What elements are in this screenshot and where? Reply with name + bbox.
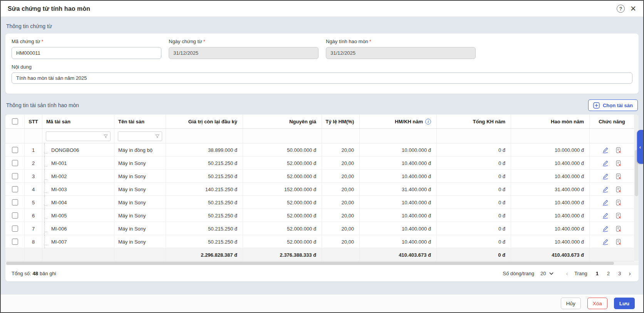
remove-row-icon[interactable] xyxy=(615,146,622,154)
edit-row-icon[interactable] xyxy=(602,173,609,180)
cell-remaining-value: 140.215.250 đ xyxy=(166,183,243,196)
pagination: Số dòng/trang 20 ‹ Trang 1 2 3 › xyxy=(503,269,632,278)
table-row: 7 MI-006 Máy in Sony 50.215.250 đ 52.000… xyxy=(5,222,634,235)
cell-depreciation-year: 10.400.000 đ xyxy=(511,222,590,235)
filter-funnel-icon[interactable] xyxy=(155,134,160,140)
document-info-card: Mã chứng từ* Ngày chứng từ* Ngày tính ha… xyxy=(5,34,639,94)
row-checkbox[interactable] xyxy=(12,186,18,192)
cell-total-kh-year: 0 đ xyxy=(437,209,511,222)
page-button-1[interactable]: 1 xyxy=(594,270,601,277)
row-checkbox[interactable] xyxy=(12,212,18,219)
cell-total-kh-year: 0 đ xyxy=(437,222,511,235)
remove-row-icon[interactable] xyxy=(615,186,622,193)
form-row-2: Nội dung xyxy=(12,64,632,84)
cell-total-kh-year: 0 đ xyxy=(437,170,511,183)
table-filter-row xyxy=(5,129,634,143)
cell-asset-name: Máy in Sony xyxy=(114,196,166,209)
row-checkbox[interactable] xyxy=(12,160,18,166)
required-asterisk: * xyxy=(203,39,205,44)
row-checkbox[interactable] xyxy=(12,225,18,232)
document-date-label: Ngày chứng từ xyxy=(169,39,202,44)
remove-row-icon[interactable] xyxy=(615,212,622,219)
row-checkbox[interactable] xyxy=(12,239,18,245)
edit-row-icon[interactable] xyxy=(602,238,609,246)
cell-original-cost: 52.000.000 đ xyxy=(243,170,322,183)
document-date-input xyxy=(169,47,319,59)
remove-row-icon[interactable] xyxy=(615,225,622,232)
record-count-label: Tổng số: xyxy=(12,271,31,276)
cell-asset-code: MI-007 xyxy=(42,235,114,248)
select-all-checkbox[interactable] xyxy=(12,118,18,125)
page-title: Sửa chứng từ tính hao mòn xyxy=(8,5,90,12)
prev-page-icon[interactable]: ‹ xyxy=(564,270,570,277)
cell-asset-name: Máy in Sony xyxy=(114,222,166,235)
cell-stt: 1 xyxy=(25,143,42,156)
cell-depreciation-rate: 20,00 xyxy=(322,170,360,183)
table-row: 3 MI-002 Máy in Sony 50.215.250 đ 52.000… xyxy=(5,170,634,183)
help-icon[interactable]: ? xyxy=(617,5,625,13)
row-checkbox[interactable] xyxy=(12,199,18,205)
save-button[interactable]: Lưu xyxy=(614,298,635,309)
next-page-icon[interactable]: › xyxy=(627,270,632,277)
cell-stt: 8 xyxy=(25,235,42,248)
select-asset-button[interactable]: Chọn tài sản xyxy=(588,99,638,111)
side-panel-expand-tab[interactable]: ‹ xyxy=(637,130,643,164)
cell-asset-name: Máy in Sony xyxy=(114,209,166,222)
edit-row-icon[interactable] xyxy=(602,225,609,232)
cell-original-cost: 52.000.000 đ xyxy=(243,235,322,248)
remove-row-icon[interactable] xyxy=(615,238,622,246)
cell-depreciation-year: 10.400.000 đ xyxy=(511,170,590,183)
record-count: Tổng số: 48 bản ghi xyxy=(12,271,56,276)
cancel-button[interactable]: Hủy xyxy=(561,298,581,309)
page-button-3[interactable]: 3 xyxy=(616,270,623,277)
edit-depreciation-document-modal: Sửa chứng từ tính hao mòn ? ✕ Thông tin … xyxy=(0,0,644,313)
cell-total-kh-year: 0 đ xyxy=(437,183,511,196)
cell-asset-code: MI-003 xyxy=(42,183,114,196)
remove-row-icon[interactable] xyxy=(615,199,622,206)
cell-asset-code: DONGBO06 xyxy=(42,143,114,156)
rows-per-page-select[interactable]: 20 xyxy=(539,269,555,278)
header-asset-code: Mã tài sản xyxy=(42,114,114,128)
cell-asset-code: MI-005 xyxy=(42,209,114,222)
cell-asset-code: MI-004 xyxy=(42,196,114,209)
field-content: Nội dung xyxy=(12,64,632,84)
row-checkbox[interactable] xyxy=(12,173,18,179)
horizontal-scrollbar[interactable] xyxy=(5,261,639,265)
tree-elbow xyxy=(44,156,48,170)
close-icon[interactable]: ✕ xyxy=(630,5,636,12)
field-document-code: Mã chứng từ* xyxy=(12,39,161,59)
header-depreciation-year: Hao mòn năm xyxy=(511,114,590,128)
header-actions: Chức năng xyxy=(590,114,634,128)
cell-hm-kh-year: 10.400.000 đ xyxy=(360,222,437,235)
filter-funnel-icon[interactable] xyxy=(103,134,108,140)
document-code-input[interactable] xyxy=(12,47,161,59)
cell-original-cost: 52.000.000 đ xyxy=(243,209,322,222)
edit-row-icon[interactable] xyxy=(602,160,609,167)
cell-original-cost: 50.000.000 đ xyxy=(243,143,322,156)
filter-asset-code-input[interactable] xyxy=(46,131,111,141)
page-button-2[interactable]: 2 xyxy=(605,270,612,277)
delete-button[interactable]: Xóa xyxy=(587,298,607,309)
cell-original-cost: 52.000.000 đ xyxy=(243,156,322,170)
edit-row-icon[interactable] xyxy=(602,186,609,193)
remove-row-icon[interactable] xyxy=(615,173,622,180)
asset-table-card: STT Mã tài sản Tên tài sản Giá trị còn l… xyxy=(5,114,639,281)
edit-row-icon[interactable] xyxy=(602,212,609,219)
record-count-value: 48 xyxy=(33,271,38,276)
cell-original-cost: 152.000.000 đ xyxy=(243,183,322,196)
edit-row-icon[interactable] xyxy=(602,199,609,206)
edit-row-icon[interactable] xyxy=(602,146,609,154)
info-icon[interactable]: i xyxy=(425,119,431,125)
record-count-suffix: bản ghi xyxy=(40,271,56,276)
tree-elbow xyxy=(44,143,48,156)
horizontal-scrollbar-thumb[interactable] xyxy=(6,262,614,265)
remove-row-icon[interactable] xyxy=(615,160,622,167)
row-checkbox[interactable] xyxy=(12,147,18,153)
header-remaining-value: Giá trị còn lại đầu kỳ xyxy=(166,114,243,128)
table-row: 2 MI-001 Máy in Sony 50.215.250 đ 52.000… xyxy=(5,156,634,170)
header-original-cost: Nguyên giá xyxy=(243,114,322,128)
cell-depreciation-year: 10.400.000 đ xyxy=(511,235,590,248)
content-input[interactable] xyxy=(12,72,632,84)
cell-depreciation-rate: 20,00 xyxy=(322,209,360,222)
tree-elbow xyxy=(44,170,48,183)
